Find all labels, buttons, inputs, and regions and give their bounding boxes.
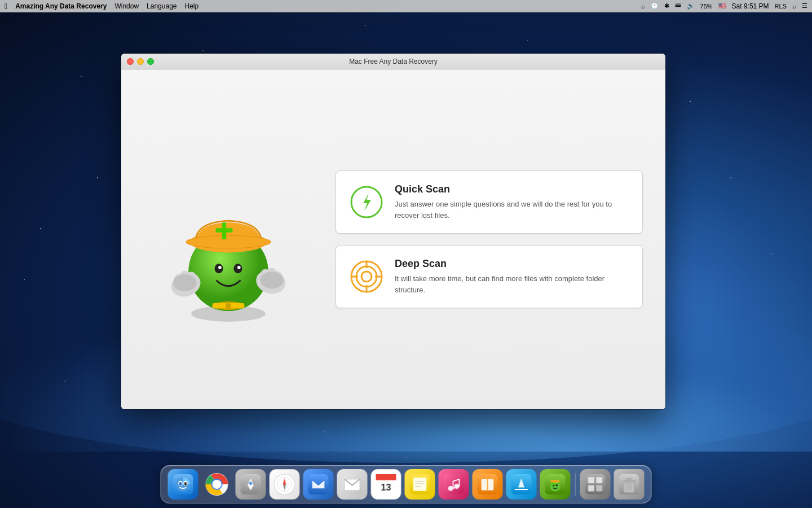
svg-point-25 xyxy=(226,303,231,308)
clock-icon: 🕐 xyxy=(651,2,659,10)
svg-rect-86 xyxy=(588,485,594,492)
svg-rect-22 xyxy=(215,228,232,233)
svg-point-29 xyxy=(361,271,372,282)
svg-point-44 xyxy=(249,482,252,485)
app-name[interactable]: Amazing Any Data Recovery xyxy=(15,2,107,10)
app-window: Mac Free Any Data Recovery xyxy=(121,54,665,409)
svg-rect-61 xyxy=(413,478,426,491)
dock-icon-mail[interactable] xyxy=(337,469,368,500)
search-icon[interactable]: ⌕ xyxy=(792,3,796,10)
deep-scan-text: Deep Scan It will take more time, but ca… xyxy=(395,258,629,295)
dock-icon-mail-bird[interactable] xyxy=(303,469,334,500)
menubar-left:  Amazing Any Data Recovery Window Langu… xyxy=(5,2,198,11)
spotlight-icon[interactable]: ⌕ xyxy=(641,3,645,10)
svg-point-20 xyxy=(186,235,271,248)
svg-text:13: 13 xyxy=(381,482,391,492)
svg-point-5 xyxy=(218,266,222,269)
bluetooth-icon[interactable]: ✱ xyxy=(664,2,669,10)
svg-rect-85 xyxy=(596,477,602,483)
clock-time: Sat 9:51 PM xyxy=(732,2,769,10)
mascot-area xyxy=(144,149,313,330)
maximize-button[interactable] xyxy=(147,58,154,65)
window-titlebar: Mac Free Any Data Recovery xyxy=(121,54,665,69)
menu-help[interactable]: Help xyxy=(184,2,198,10)
svg-point-38 xyxy=(179,482,182,485)
svg-point-6 xyxy=(237,266,241,269)
dock-icon-data-recovery[interactable] xyxy=(540,469,571,500)
svg-point-28 xyxy=(356,266,377,287)
battery-level: 75% xyxy=(700,3,713,10)
wifi-icon[interactable]: 𝍢 xyxy=(675,2,681,10)
dock-icon-calendar[interactable]: 13 xyxy=(371,469,401,500)
deep-scan-title: Deep Scan xyxy=(395,258,629,270)
menubar:  Amazing Any Data Recovery Window Langu… xyxy=(0,0,812,12)
dock-icon-books[interactable] xyxy=(473,469,503,500)
volume-icon[interactable]: 🔊 xyxy=(687,2,695,10)
quick-scan-title: Quick Scan xyxy=(395,183,629,195)
svg-point-42 xyxy=(213,480,222,489)
menu-window[interactable]: Window xyxy=(114,2,139,10)
svg-point-79 xyxy=(555,484,558,487)
svg-rect-58 xyxy=(376,477,396,480)
dock-icon-games[interactable] xyxy=(580,469,611,500)
mascot-image xyxy=(144,149,313,330)
dock-icon-notes[interactable] xyxy=(405,469,435,500)
minimize-button[interactable] xyxy=(137,58,144,65)
dock-separator xyxy=(575,473,576,496)
dock-icon-appstore[interactable] xyxy=(506,469,537,500)
deep-scan-description: It will take more time, but can find mor… xyxy=(395,273,629,295)
dock-icon-safari[interactable] xyxy=(270,469,300,500)
quick-scan-description: Just answer one simple questions and we … xyxy=(395,199,629,221)
quick-scan-option[interactable]: Quick Scan Just answer one simple questi… xyxy=(336,170,643,234)
list-icon[interactable]: ☰ xyxy=(802,2,807,10)
svg-point-39 xyxy=(184,482,187,485)
dock-icon-finder[interactable] xyxy=(168,469,198,500)
dock-icon-trash[interactable] xyxy=(614,469,645,500)
dock: 13 xyxy=(161,465,652,503)
window-content: Quick Scan Just answer one simple questi… xyxy=(121,69,665,409)
flag-icon: 🇺🇸 xyxy=(718,2,726,10)
dock-icon-rocket[interactable] xyxy=(236,469,266,500)
deep-scan-option[interactable]: Deep Scan It will take more time, but ca… xyxy=(336,245,643,308)
close-button[interactable] xyxy=(127,58,134,65)
svg-rect-83 xyxy=(585,474,606,494)
svg-rect-84 xyxy=(588,477,594,483)
user-name: RLS xyxy=(775,3,787,10)
svg-point-18 xyxy=(260,271,283,288)
window-title: Mac Free Any Data Recovery xyxy=(349,58,438,65)
dock-icon-music[interactable] xyxy=(439,469,469,500)
svg-point-12 xyxy=(173,274,196,291)
quick-scan-icon xyxy=(350,185,383,219)
window-controls xyxy=(127,58,154,65)
svg-point-82 xyxy=(550,480,561,483)
quick-scan-text: Quick Scan Just answer one simple questi… xyxy=(395,183,629,221)
svg-rect-91 xyxy=(626,478,632,481)
deep-scan-icon xyxy=(350,260,383,294)
menu-language[interactable]: Language xyxy=(147,2,176,10)
svg-rect-87 xyxy=(596,485,602,492)
dock-icon-chrome[interactable] xyxy=(202,469,232,500)
options-area: Quick Scan Just answer one simple questi… xyxy=(336,170,643,308)
svg-point-66 xyxy=(448,486,453,491)
menubar-right: ⌕ 🕐 ✱ 𝍢 🔊 75% 🇺🇸 Sat 9:51 PM RLS ⌕ ☰ xyxy=(641,2,807,10)
apple-menu[interactable]:  xyxy=(5,2,7,11)
svg-rect-52 xyxy=(308,474,329,494)
